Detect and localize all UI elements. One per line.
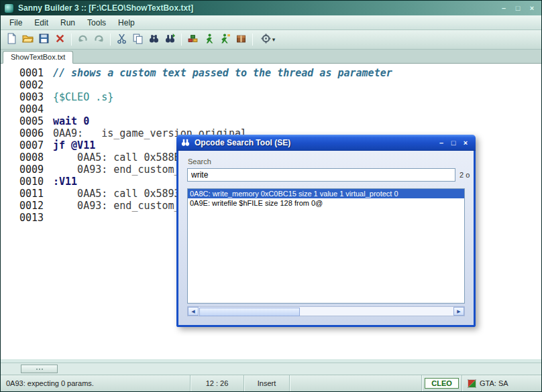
debug-button[interactable]	[233, 32, 249, 48]
code-line: 0004	[1, 103, 541, 115]
status-message: 0A93: expecting 0 params.	[1, 375, 191, 391]
code-text: {$CLEO .s}	[53, 91, 113, 103]
toolbar-separator	[110, 34, 111, 46]
run-script-button[interactable]	[217, 32, 233, 48]
cut-button[interactable]	[114, 32, 129, 48]
line-number: 0010	[19, 176, 45, 188]
code-text: 0AA5: call 0x588B	[53, 151, 180, 164]
scrollbar-thumb[interactable]	[21, 365, 58, 373]
status-spacer	[290, 375, 422, 391]
compile-button[interactable]	[185, 32, 201, 48]
menu-tools[interactable]: Tools	[81, 16, 112, 29]
save-button[interactable]	[36, 32, 52, 48]
copy-button[interactable]	[130, 32, 146, 48]
editor-horizontal-scrollbar[interactable]	[1, 363, 541, 375]
code-line: 0002	[1, 79, 541, 91]
copy-icon	[132, 33, 144, 47]
cleo-badge[interactable]: CLEO	[425, 378, 459, 389]
compile-icon	[187, 33, 199, 47]
search-input[interactable]	[187, 168, 455, 182]
code-text: 0A93: end_custom_	[53, 164, 180, 176]
package-icon	[235, 33, 247, 47]
insert-mode-indicator: Insert	[244, 375, 290, 391]
cleo-panel: CLEO	[422, 375, 462, 391]
menu-file[interactable]: File	[3, 16, 28, 29]
toolbar-separator	[181, 34, 182, 46]
redo-icon	[93, 33, 105, 47]
code-text: 0AA5: call 0x5893	[53, 188, 180, 200]
options-button[interactable]: ▾	[256, 32, 279, 48]
line-number: 0006	[19, 127, 45, 139]
minimize-button[interactable]: –	[498, 3, 510, 13]
line-number: 0003	[19, 91, 45, 103]
code-text: 0A93: end_custom_	[53, 200, 180, 212]
line-number: 0007	[19, 139, 45, 151]
app-icon	[4, 3, 14, 13]
opcode-search-dialog: Opcode Search Tool (SE) – □ × Search 2 o…	[176, 135, 476, 327]
compile-run-button[interactable]	[201, 32, 217, 48]
line-number: 0002	[19, 79, 45, 91]
line-number: 0005	[19, 115, 45, 127]
line-number: 0011	[19, 188, 45, 200]
toolbar-separator	[71, 34, 72, 46]
menu-bar: File Edit Run Tools Help	[1, 15, 541, 30]
game-icon	[468, 379, 476, 388]
open-file-button[interactable]	[20, 32, 36, 48]
line-number: 0008	[19, 151, 45, 164]
toolbar-separator	[252, 34, 253, 46]
dialog-minimize-button[interactable]: –	[435, 137, 447, 148]
line-number: 0009	[19, 164, 45, 176]
dialog-body: Search 2 o 0A8C: write_memory 0xC0BC15 s…	[176, 151, 476, 327]
find-button[interactable]	[146, 32, 162, 48]
scroll-left-button[interactable]: ◀	[188, 307, 199, 316]
list-horizontal-scrollbar[interactable]: ◀ ▶	[187, 306, 465, 316]
dialog-close-button[interactable]: ×	[459, 137, 472, 148]
new-file-icon	[6, 33, 17, 47]
game-label: GTA: SA	[480, 379, 508, 387]
save-icon	[38, 33, 50, 47]
replace-icon	[164, 33, 176, 47]
menu-help[interactable]: Help	[112, 16, 141, 29]
game-panel: GTA: SA	[462, 375, 541, 391]
code-line: 0003{$CLEO .s}	[1, 91, 541, 103]
dialog-maximize-button[interactable]: □	[447, 137, 459, 148]
result-count: 2 o	[459, 171, 474, 179]
dialog-title-bar[interactable]: Opcode Search Tool (SE) – □ ×	[176, 135, 476, 151]
close-file-button[interactable]	[52, 32, 68, 48]
menu-run[interactable]: Run	[54, 16, 81, 29]
scroll-right-button[interactable]: ▶	[453, 307, 464, 316]
results-list: 0A8C: write_memory 0xC0BC15 size 1 value…	[187, 188, 465, 304]
line-number: 0004	[19, 103, 45, 115]
toolbar: ▾	[1, 30, 541, 50]
window-title: Sanny Builder 3 :: [F:\CLEO\ShowTextBox.…	[18, 3, 498, 13]
scrollbar-thumb[interactable]	[199, 308, 300, 316]
status-bar: 0A93: expecting 0 params. 12 : 26 Insert…	[1, 375, 541, 391]
line-number: 0001	[19, 67, 45, 79]
sanny-builder-window: Sanny Builder 3 :: [F:\CLEO\ShowTextBox.…	[0, 0, 542, 392]
close-file-icon	[54, 33, 66, 47]
gear-icon	[260, 33, 272, 47]
undo-button[interactable]	[75, 32, 91, 48]
close-button[interactable]: ×	[526, 3, 538, 13]
redo-button[interactable]	[91, 32, 107, 48]
chevron-down-icon: ▾	[272, 36, 276, 43]
tab-showtextbox[interactable]: ShowTextBox.txt	[3, 51, 73, 64]
code-line: 0005wait 0	[1, 115, 541, 127]
title-bar[interactable]: Sanny Builder 3 :: [F:\CLEO\ShowTextBox.…	[1, 1, 541, 15]
line-number: 0012	[19, 200, 45, 212]
result-item[interactable]: 0A8C: write_memory 0xC0BC15 size 1 value…	[188, 189, 464, 198]
code-text: // shows a custom text passed to the thr…	[53, 67, 392, 79]
maximize-button[interactable]: □	[512, 3, 524, 13]
find-replace-button[interactable]	[162, 32, 178, 48]
opcode-search-icon	[180, 137, 191, 147]
new-file-button[interactable]	[4, 32, 19, 48]
undo-icon	[77, 33, 89, 47]
code-line: 0001// shows a custom text passed to the…	[1, 67, 541, 79]
result-item[interactable]: 0A9E: writefile $hFILE size 128 from 0@	[188, 198, 464, 208]
menu-edit[interactable]: Edit	[28, 16, 54, 29]
code-text: jf @V11	[53, 139, 95, 151]
tab-bar: ShowTextBox.txt	[1, 50, 541, 64]
cut-icon	[116, 33, 127, 47]
code-text: :V11	[53, 176, 77, 188]
find-icon	[148, 33, 160, 47]
